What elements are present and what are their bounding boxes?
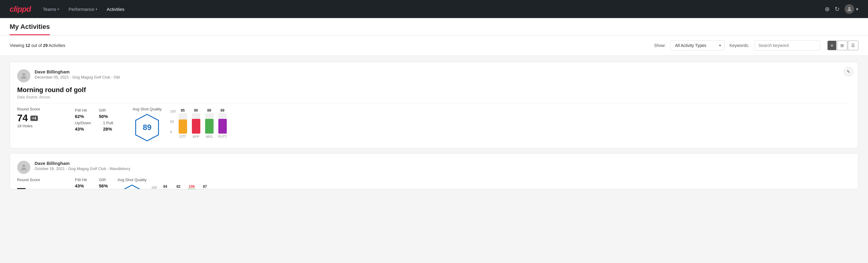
hexagon: 89: [135, 114, 159, 141]
show-label: Show:: [654, 43, 666, 48]
bar-ott-axis: OTT: [179, 135, 187, 139]
bar-app-axis: APP: [192, 135, 200, 139]
bar-putt: 89: [218, 108, 227, 134]
round-score-bar: —: [17, 183, 35, 189]
bar-app-outer: [192, 113, 200, 134]
bar2-putt: 87: [200, 184, 209, 189]
gir-label-2: GIR: [99, 178, 108, 182]
bar-app-value: 90: [194, 108, 198, 113]
shot-quality-label: Avg Shot Quality: [133, 107, 162, 111]
svg-point-0: [848, 7, 850, 9]
svg-marker-4: [121, 185, 144, 189]
logo[interactable]: clippd: [10, 4, 31, 14]
y-axis-50: 50: [170, 120, 176, 123]
updown-label: Up/Down: [75, 121, 91, 125]
view-toggle-group: ≡ ⊞ ☰: [828, 40, 858, 50]
bar-arg-axis: ARG: [205, 135, 214, 139]
hexagon-2: [120, 184, 144, 189]
bar-putt-axis: PUTT: [218, 135, 227, 139]
bar-arg-value: 89: [207, 108, 211, 113]
user-info: Dave Billingham October 16, 2021 - Gog M…: [35, 161, 130, 171]
compact-view-toggle[interactable]: ☰: [848, 40, 858, 50]
bar-ott-value: 85: [181, 108, 185, 113]
edit-button[interactable]: ✎: [844, 67, 853, 77]
one-putt-value: 28%: [103, 126, 113, 132]
bar2-ott: 94: [161, 184, 169, 189]
score-badge: +4: [30, 116, 38, 121]
mini-stats-section: FW Hit 62% GIR 50% Up/Down 43% 1 Putt: [75, 107, 123, 132]
bar2-arg: 106: [187, 184, 196, 189]
bar-app: 90: [192, 108, 200, 134]
fw-hit-value: 62%: [75, 114, 87, 119]
viewing-count-text: Viewing 12 out of 29 Activities: [10, 43, 649, 48]
chevron-down-icon: ▾: [856, 6, 858, 12]
refresh-icon[interactable]: ↻: [835, 5, 840, 12]
gir-label: GIR: [99, 108, 108, 113]
navigation: clippd Teams ▾ Performance ▾ Activities …: [0, 0, 868, 18]
activities-list: ✎ Dave Billingham December 05, 2021 - Go…: [0, 56, 868, 200]
chevron-down-icon: ▾: [57, 7, 59, 11]
gir-value: 50%: [99, 114, 108, 119]
bar-axis-labels: OTT APP ARG PUTT: [179, 135, 851, 139]
nav-links: Teams ▾ Performance ▾ Activities: [43, 7, 125, 12]
updown-value: 43%: [75, 126, 91, 132]
user-name: Dave Billingham: [35, 161, 130, 166]
user-name: Dave Billingham: [35, 69, 120, 74]
hexagon-container-2: [118, 184, 147, 189]
avatar: [17, 161, 30, 174]
round-score-section: Round Score 74 +4 18 Holes: [17, 107, 65, 128]
card-header: Dave Billingham October 16, 2021 - Gog M…: [17, 161, 851, 174]
page-header: My Activities: [0, 18, 868, 35]
svg-point-1: [22, 73, 25, 76]
avatar: [17, 69, 30, 83]
one-putt-label: 1 Putt: [103, 121, 113, 125]
bar-putt-inner: [218, 119, 227, 133]
nav-left: clippd Teams ▾ Performance ▾ Activities: [10, 4, 125, 14]
activity-type-dropdown[interactable]: All Activity Types: [671, 40, 724, 51]
shot-quality-label-2: Avg Shot Quality: [118, 178, 147, 182]
activity-card: Dave Billingham October 16, 2021 - Gog M…: [10, 153, 858, 189]
data-source: Data Source: Arccos: [17, 95, 851, 99]
bar-putt-outer: [218, 113, 227, 134]
user-info: Dave Billingham December 05, 2021 - Gog …: [35, 69, 120, 80]
user-menu-button[interactable]: ▾: [844, 4, 858, 14]
mini-stats-section-2: FW Hit 43% GIR 56%: [75, 178, 108, 188]
round-score-label-2: Round Score: [17, 178, 65, 182]
svg-point-3: [22, 165, 25, 167]
activity-title: Morning round of golf: [17, 86, 851, 94]
hexagon-container: 89: [133, 114, 162, 141]
bar2-app: 82: [174, 184, 183, 189]
card-content-row: Round Score 74 +4 18 Holes FW Hit 62% GI…: [17, 107, 851, 141]
nav-link-performance[interactable]: Performance ▾: [69, 7, 97, 12]
nav-link-activities[interactable]: Activities: [107, 7, 125, 12]
add-icon[interactable]: ⊕: [825, 5, 830, 12]
nav-right: ⊕ ↻ ▾: [825, 4, 858, 14]
nav-link-teams[interactable]: Teams ▾: [43, 7, 59, 12]
bar-ott-inner: [179, 119, 187, 133]
bar-ott: 85: [179, 108, 187, 134]
activity-meta: December 05, 2021 - Gog Magog Golf Club …: [35, 75, 120, 80]
shot-quality-section-2: Avg Shot Quality 100: [118, 178, 209, 189]
bar-ott-outer: [179, 113, 187, 134]
grid-view-toggle[interactable]: ⊞: [837, 40, 847, 50]
holes-label: 18 Holes: [17, 124, 65, 128]
activity-type-dropdown-wrapper: All Activity Types ▾: [671, 40, 724, 51]
shot-quality-section: Avg Shot Quality 89 100: [133, 107, 851, 141]
keywords-label: Keywords:: [730, 43, 749, 48]
round-score-label: Round Score: [17, 107, 65, 111]
avatar: [844, 4, 854, 14]
bar-arg-outer: [205, 113, 214, 134]
page-title: My Activities: [10, 23, 50, 35]
hex-value: 89: [143, 123, 152, 132]
chevron-down-icon: ▾: [96, 7, 97, 11]
bar-app-inner: [192, 119, 200, 134]
activity-meta: October 16, 2021 - Gog Magog Golf Club -…: [35, 167, 130, 171]
activity-card: ✎ Dave Billingham December 05, 2021 - Go…: [10, 62, 858, 148]
y-axis-100: 100: [170, 110, 176, 113]
search-input[interactable]: [754, 40, 820, 51]
bar-chart-2: 100 0 94 82: [151, 186, 209, 189]
fw-hit-label: FW Hit: [75, 108, 87, 113]
list-view-toggle[interactable]: ≡: [828, 40, 836, 50]
fw-hit-value-2: 43%: [75, 183, 87, 188]
filter-bar: Viewing 12 out of 29 Activities Show: Al…: [0, 35, 868, 56]
